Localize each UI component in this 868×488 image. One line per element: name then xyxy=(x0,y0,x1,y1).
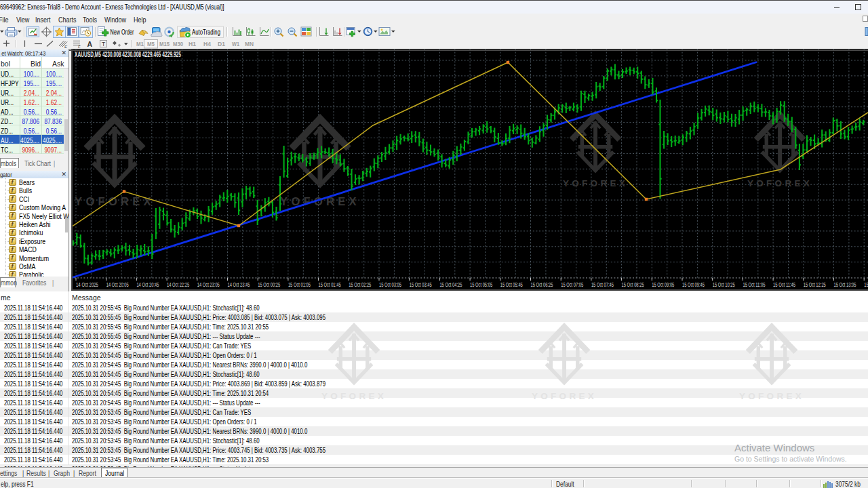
svg-text:AutoTrading: AutoTrading xyxy=(192,28,220,36)
svg-text:15 Oct 06:25: 15 Oct 06:25 xyxy=(531,281,553,288)
svg-text:15 Oct 01:05: 15 Oct 01:05 xyxy=(288,281,311,288)
svg-text:M15: M15 xyxy=(159,41,170,47)
svg-text:H1: H1 xyxy=(189,41,196,47)
svg-text:14 Oct 23:45: 14 Oct 23:45 xyxy=(228,281,250,288)
svg-text:15 Oct 00:25: 15 Oct 00:25 xyxy=(258,281,280,288)
svg-text:A: A xyxy=(87,40,93,48)
svg-text:15 Oct 09:05: 15 Oct 09:05 xyxy=(652,281,674,288)
svg-text:T: T xyxy=(102,41,105,47)
svg-text:15 Oct 01:45: 15 Oct 01:45 xyxy=(319,281,341,288)
svg-text:15 Oct 12:25: 15 Oct 12:25 xyxy=(804,281,826,288)
svg-text:YOFOREX: YOFOREX xyxy=(280,195,360,207)
svg-text:M30: M30 xyxy=(173,41,183,47)
svg-text:15 Oct 03:45: 15 Oct 03:45 xyxy=(410,281,432,288)
svg-text:15 Oct 05:05: 15 Oct 05:05 xyxy=(470,281,492,288)
svg-text:14 Oct 20:45: 14 Oct 20:45 xyxy=(136,281,159,288)
svg-text:M5: M5 xyxy=(147,41,155,47)
svg-text:XAUUSD,M5 4230.008 4230.008 42: XAUUSD,M5 4230.008 4230.008 4229.465 422… xyxy=(75,51,181,58)
svg-text:14 Oct 22:25: 14 Oct 22:25 xyxy=(167,281,189,288)
svg-text:15 Oct 07:45: 15 Oct 07:45 xyxy=(591,281,614,288)
svg-text:E: E xyxy=(64,45,68,49)
svg-text:15 Oct 03:05: 15 Oct 03:05 xyxy=(379,281,401,288)
svg-text:M1: M1 xyxy=(136,41,144,47)
svg-text:15 Oct 11:45: 15 Oct 11:45 xyxy=(773,281,795,288)
svg-text:New Order: New Order xyxy=(111,28,134,36)
svg-text:15 Oct 05:45: 15 Oct 05:45 xyxy=(500,281,523,288)
svg-text:W1: W1 xyxy=(232,41,239,47)
svg-text:15 Oct 09:45: 15 Oct 09:45 xyxy=(682,281,705,288)
svg-text:MN: MN xyxy=(245,41,254,47)
svg-text:15 Oct 04:25: 15 Oct 04:25 xyxy=(439,281,462,288)
svg-text:D1: D1 xyxy=(218,41,225,47)
svg-text:14 Oct 20:05: 14 Oct 20:05 xyxy=(106,281,129,288)
svg-text:15 Oct 02:25: 15 Oct 02:25 xyxy=(349,281,371,288)
svg-text:15 Oct 13:45: 15 Oct 13:45 xyxy=(864,281,868,288)
svg-text:F: F xyxy=(78,45,81,49)
svg-text:15 Oct 13:05: 15 Oct 13:05 xyxy=(834,281,856,288)
svg-text:H4: H4 xyxy=(203,41,211,47)
svg-text:15 Oct 08:25: 15 Oct 08:25 xyxy=(622,281,644,288)
svg-text:YOFOREX: YOFOREX xyxy=(747,178,812,188)
svg-text:15 Oct 10:25: 15 Oct 10:25 xyxy=(713,281,735,288)
svg-text:14 Oct 23:05: 14 Oct 23:05 xyxy=(197,281,220,288)
svg-text:15 Oct 11:05: 15 Oct 11:05 xyxy=(743,281,765,288)
svg-text:YOFOREX: YOFOREX xyxy=(563,178,628,188)
svg-text:15 Oct 07:05: 15 Oct 07:05 xyxy=(561,281,583,288)
svg-text:14 Oct 2025: 14 Oct 2025 xyxy=(76,281,98,288)
